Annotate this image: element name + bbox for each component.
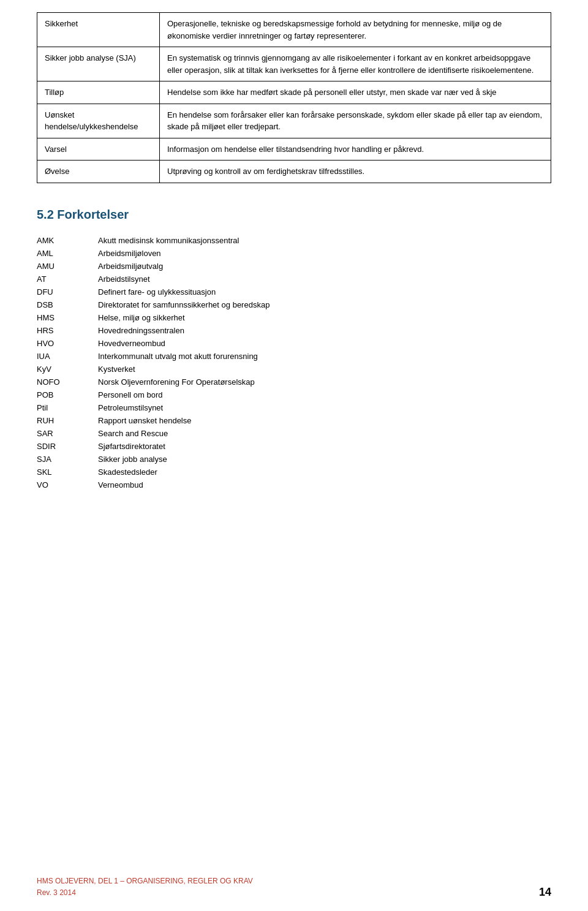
abbrev-code: AMK [37,234,98,247]
list-item: AMLArbeidsmiljøloven [37,247,551,260]
term-cell: Uønsket hendelse/ulykkeshendelse [37,104,160,138]
abbrev-code: KyV [37,363,98,376]
abbrev-code: IUA [37,350,98,363]
page-number: 14 [539,886,551,899]
definition-cell: Informasjon om hendelse eller tilstandse… [160,138,551,161]
footer-line2: Rev. 3 2014 [37,887,253,899]
abbrev-full: Sjøfartsdirektoratet [98,440,551,453]
abbrev-code: SKL [37,466,98,478]
abbrev-full: Definert fare- og ulykkessituasjon [98,285,551,298]
abbrev-full: Direktoratet for samfunnssikkerhet og be… [98,298,551,311]
abbrev-full: Verneombud [98,478,551,491]
abbrev-full: Kystverket [98,363,551,376]
abbrev-code: AT [37,273,98,285]
abbrev-code: SDIR [37,440,98,453]
page-footer: HMS OLJEVERN, DEL 1 – ORGANISERING, REGL… [37,875,551,899]
abbrev-code: HRS [37,324,98,337]
list-item: ATArbeidstilsynet [37,273,551,285]
abbrev-code: Ptil [37,401,98,414]
abbrev-full: Personell om bord [98,388,551,401]
abbrev-code: SJA [37,453,98,466]
list-item: DSBDirektoratet for samfunnssikkerhet og… [37,298,551,311]
abbrev-code: DFU [37,285,98,298]
list-item: AMKAkutt medisinsk kommunikasjonssentral [37,234,551,247]
definition-cell: Utprøving og kontroll av om ferdighetskr… [160,161,551,183]
definition-cell: En hendelse som forårsaker eller kan for… [160,104,551,138]
term-cell: Tilløp [37,81,160,104]
list-item: KyVKystverket [37,363,551,376]
table-row: VarselInformasjon om hendelse eller tils… [37,138,551,161]
list-item: VOVerneombud [37,478,551,491]
abbrev-full: Hovedredningssentralen [98,324,551,337]
abbrev-full: Hovedverneombud [98,337,551,350]
abbrev-full: Skadestedsleder [98,466,551,478]
term-cell: Sikkerhet [37,13,160,47]
footer-line1: HMS OLJEVERN, DEL 1 – ORGANISERING, REGL… [37,875,253,887]
list-item: PtilPetroleumstilsynet [37,401,551,414]
footer-left: HMS OLJEVERN, DEL 1 – ORGANISERING, REGL… [37,875,253,899]
definition-cell: En systematisk og trinnvis gjennomgang a… [160,47,551,81]
list-item: HRSHovedredningssentralen [37,324,551,337]
table-row: Sikker jobb analyse (SJA)En systematisk … [37,47,551,81]
abbrev-full: Arbeidsmiljøutvalg [98,260,551,273]
list-item: DFUDefinert fare- og ulykkessituasjon [37,285,551,298]
abbrev-code: RUH [37,414,98,427]
list-item: HMSHelse, miljø og sikkerhet [37,311,551,324]
list-item: HVOHovedverneombud [37,337,551,350]
abbrev-code: POB [37,388,98,401]
abbrev-code: HVO [37,337,98,350]
abbrev-full: Search and Rescue [98,427,551,440]
list-item: SJASikker jobb analyse [37,453,551,466]
abbrev-full: Petroleumstilsynet [98,401,551,414]
abbrev-full: Arbeidsmiljøloven [98,247,551,260]
list-item: RUHRapport uønsket hendelse [37,414,551,427]
term-cell: Sikker jobb analyse (SJA) [37,47,160,81]
abbrev-full: Sikker jobb analyse [98,453,551,466]
abbrev-code: AML [37,247,98,260]
list-item: SKLSkadestedsleder [37,466,551,478]
abbrev-full: Rapport uønsket hendelse [98,414,551,427]
term-cell: Øvelse [37,161,160,183]
abbrev-full: Helse, miljø og sikkerhet [98,311,551,324]
definitions-table: SikkerhetOperasjonelle, tekniske og bere… [37,12,551,183]
abbrev-code: HMS [37,311,98,324]
abbrev-full: Norsk Oljevernforening For Operatørselsk… [98,376,551,388]
list-item: NOFONorsk Oljevernforening For Operatørs… [37,376,551,388]
section-heading: 5.2 Forkortelser [37,208,551,222]
list-item: POBPersonell om bord [37,388,551,401]
abbrev-full: Akutt medisinsk kommunikasjonssentral [98,234,551,247]
table-row: Uønsket hendelse/ulykkeshendelseEn hende… [37,104,551,138]
table-row: TilløpHendelse som ikke har medført skad… [37,81,551,104]
term-cell: Varsel [37,138,160,161]
definition-cell: Operasjonelle, tekniske og beredskapsmes… [160,13,551,47]
list-item: SDIRSjøfartsdirektoratet [37,440,551,453]
list-item: SARSearch and Rescue [37,427,551,440]
abbrev-code: NOFO [37,376,98,388]
list-item: IUAInterkommunalt utvalg mot akutt forur… [37,350,551,363]
table-row: ØvelseUtprøving og kontroll av om ferdig… [37,161,551,183]
list-item: AMUArbeidsmiljøutvalg [37,260,551,273]
abbrev-code: SAR [37,427,98,440]
abbrev-full: Interkommunalt utvalg mot akutt forurens… [98,350,551,363]
page-container: SikkerhetOperasjonelle, tekniske og bere… [0,0,588,911]
abbreviations-table: AMKAkutt medisinsk kommunikasjonssentral… [37,234,551,491]
abbrev-code: DSB [37,298,98,311]
abbrev-full: Arbeidstilsynet [98,273,551,285]
definition-cell: Hendelse som ikke har medført skade på p… [160,81,551,104]
table-row: SikkerhetOperasjonelle, tekniske og bere… [37,13,551,47]
abbrev-code: VO [37,478,98,491]
abbrev-code: AMU [37,260,98,273]
